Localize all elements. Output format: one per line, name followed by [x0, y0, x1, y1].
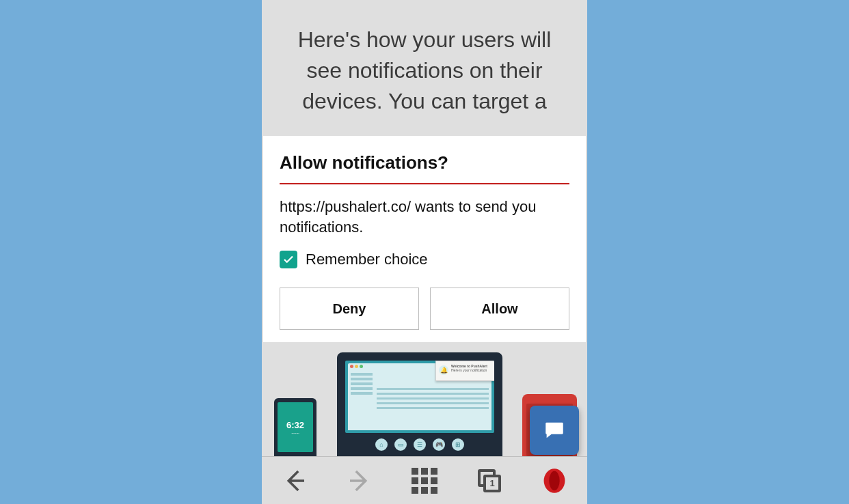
tab-count-badge: 1	[483, 475, 501, 492]
chat-widget-button[interactable]	[530, 406, 579, 455]
dock-icon: ⌂	[375, 438, 388, 451]
checkbox-checked-icon	[280, 251, 297, 268]
notification-permission-dialog: Allow notifications? https://pushalert.c…	[263, 136, 586, 342]
arrow-left-icon	[280, 466, 309, 495]
illustration-laptop: 🔔 Welcome to PushAlert Here is your noti…	[337, 352, 502, 456]
bell-icon: 🔔	[439, 365, 448, 375]
grid-icon	[412, 468, 437, 494]
illustration-phone-small: 6:32 ••••••••	[274, 398, 316, 456]
dialog-title: Allow notifications?	[280, 152, 569, 184]
dock-icon: ☰	[414, 438, 426, 451]
dock-icon: ⊞	[452, 438, 464, 451]
illustration-notification: 🔔 Welcome to PushAlert Here is your noti…	[435, 361, 494, 381]
tabs-icon: 1	[478, 469, 501, 492]
dialog-message: https://pushalert.co/ wants to send you …	[280, 184, 569, 251]
browser-toolbar: 1	[262, 456, 587, 504]
forward-button[interactable]	[339, 460, 380, 501]
svg-point-1	[550, 471, 560, 490]
opera-icon	[541, 468, 567, 494]
remember-choice-label: Remember choice	[306, 251, 428, 268]
illustration-phone-time: 6:32	[286, 420, 304, 430]
deny-button[interactable]: Deny	[280, 288, 419, 330]
opera-menu-button[interactable]	[534, 460, 575, 501]
dock-icon: 🎮	[433, 438, 445, 451]
speed-dial-button[interactable]	[404, 460, 445, 501]
dock-icon: ▭	[394, 438, 407, 451]
hero-text: Here's how your users will see notificat…	[262, 0, 587, 116]
arrow-right-icon	[345, 466, 374, 495]
back-button[interactable]	[274, 460, 315, 501]
allow-button[interactable]: Allow	[430, 288, 569, 330]
tabs-button[interactable]: 1	[469, 460, 510, 501]
page-content: Here's how your users will see notificat…	[262, 0, 587, 456]
mobile-viewport: Here's how your users will see notificat…	[262, 0, 587, 504]
remember-choice-checkbox[interactable]: Remember choice	[280, 251, 569, 268]
chat-icon	[543, 419, 566, 442]
devices-illustration: 6:32 •••••••• 🔔 Welcome to PushAlert	[262, 347, 587, 456]
